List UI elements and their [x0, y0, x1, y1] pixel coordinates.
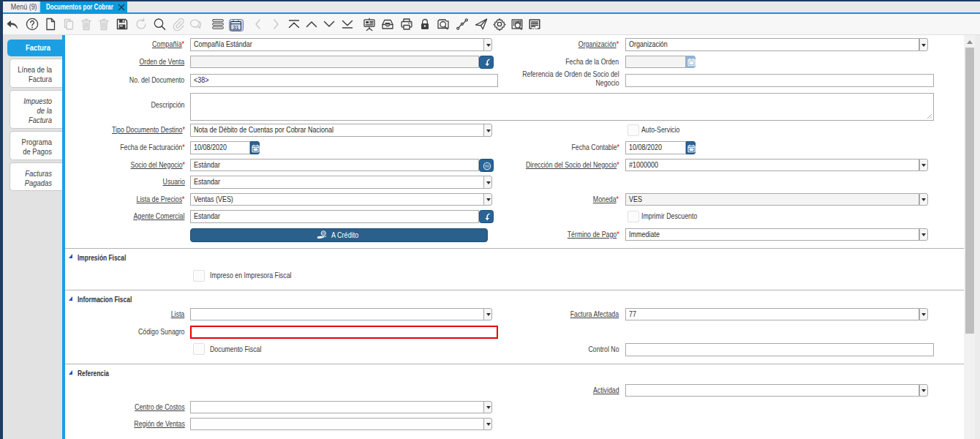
svg-text:31: 31: [233, 23, 239, 30]
